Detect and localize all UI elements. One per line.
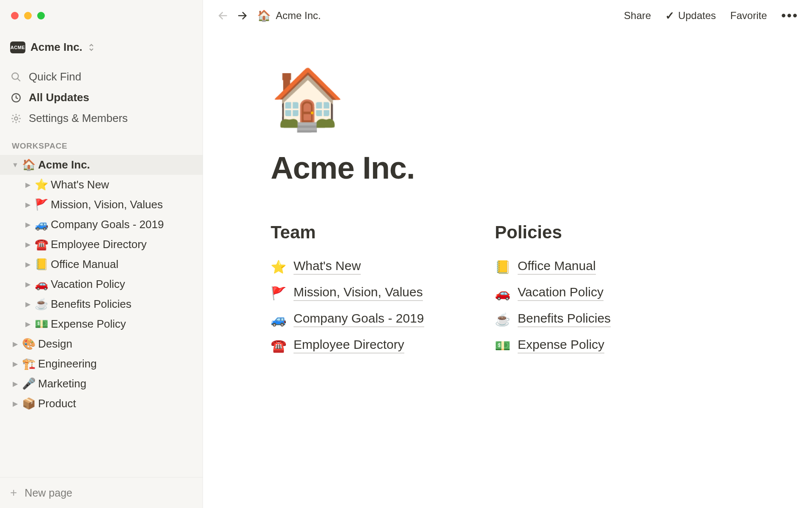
package-icon: 📦: [22, 397, 35, 410]
tree-item-whats-new[interactable]: ▶ ⭐ What's New: [0, 175, 203, 195]
nav-forward-button[interactable]: [233, 10, 252, 21]
caret-right-icon[interactable]: ▶: [25, 240, 31, 248]
tree-root-acme[interactable]: ▼ 🏠 Acme Inc.: [0, 155, 203, 175]
caret-right-icon[interactable]: ▶: [25, 280, 31, 288]
tree-item-goals[interactable]: ▶ 🚙 Company Goals - 2019: [0, 215, 203, 235]
page-title[interactable]: Acme Inc.: [271, 150, 719, 186]
page-link-benefits[interactable]: ☕ Benefits Policies: [495, 306, 694, 332]
sidebar: ACME Acme Inc. Quick Find All Updates: [0, 0, 203, 508]
column-heading: Team: [271, 222, 469, 243]
tree-item-label: Expense Policy: [51, 318, 126, 331]
gear-icon: [10, 113, 22, 124]
minimize-window[interactable]: [24, 12, 32, 19]
phone-icon: ☎️: [35, 238, 47, 251]
svg-point-3: [14, 117, 18, 120]
caret-right-icon[interactable]: ▶: [25, 221, 31, 229]
tree-item-manual[interactable]: ▶ 📒 Office Manual: [0, 254, 203, 274]
sidebar-settings[interactable]: Settings & Members: [0, 108, 203, 129]
flag-icon: 🚩: [35, 198, 47, 211]
car-icon: 🚗: [35, 278, 47, 291]
page-icon[interactable]: 🏠: [271, 69, 719, 129]
link-text: Mission, Vision, Values: [294, 285, 423, 301]
new-page-button[interactable]: + New page: [0, 477, 203, 508]
tree-item-mission[interactable]: ▶ 🚩 Mission, Vision, Values: [0, 195, 203, 215]
close-window[interactable]: [11, 12, 19, 19]
caret-right-icon[interactable]: ▶: [25, 320, 31, 328]
checkmark-icon: ✓: [665, 9, 675, 22]
tree-item-design[interactable]: ▶ 🎨 Design: [0, 334, 203, 354]
tree-item-label: Vacation Policy: [51, 278, 125, 291]
tree-item-benefits[interactable]: ▶ ☕ Benefits Policies: [0, 294, 203, 314]
caret-right-icon[interactable]: ▶: [25, 260, 31, 268]
tree-item-label: Office Manual: [51, 258, 118, 271]
tree-item-marketing[interactable]: ▶ 🎤 Marketing: [0, 374, 203, 394]
search-icon: [10, 71, 22, 83]
workspace-name: Acme Inc.: [30, 41, 82, 54]
main-content: 🏠 Acme Inc. Share ✓ Updates Favorite •••…: [203, 0, 812, 508]
tree-item-label: Marketing: [38, 377, 86, 390]
page-link-directory[interactable]: ☎️ Employee Directory: [271, 332, 469, 359]
breadcrumb[interactable]: 🏠 Acme Inc.: [257, 9, 321, 22]
link-text: What's New: [294, 259, 361, 275]
page-body: 🏠 Acme Inc. Team ⭐ What's New 🚩 Mission,…: [271, 31, 719, 359]
coffee-icon: ☕: [35, 298, 47, 311]
tree-item-label: Product: [38, 397, 76, 410]
caret-right-icon[interactable]: ▶: [12, 400, 19, 408]
column-team: Team ⭐ What's New 🚩 Mission, Vision, Val…: [271, 222, 469, 359]
updates-label: Updates: [678, 10, 716, 22]
svg-line-1: [17, 78, 20, 81]
link-text: Company Goals - 2019: [294, 311, 424, 327]
tree-item-label: Company Goals - 2019: [51, 218, 164, 231]
column-heading: Policies: [495, 222, 694, 243]
page-link-vacation[interactable]: 🚗 Vacation Policy: [495, 280, 694, 306]
tree-item-vacation[interactable]: ▶ 🚗 Vacation Policy: [0, 274, 203, 294]
all-updates-label: All Updates: [29, 91, 89, 104]
page-link-whats-new[interactable]: ⭐ What's New: [271, 254, 469, 280]
money-icon: 💵: [495, 338, 510, 353]
page-link-goals[interactable]: 🚙 Company Goals - 2019: [271, 306, 469, 332]
car-icon: 🚙: [271, 312, 286, 327]
sidebar-all-updates[interactable]: All Updates: [0, 87, 203, 108]
tree-item-label: What's New: [51, 178, 109, 191]
maximize-window[interactable]: [37, 12, 45, 19]
tree-item-label: Benefits Policies: [51, 298, 132, 311]
tree-item-label: Engineering: [38, 357, 97, 370]
settings-label: Settings & Members: [29, 112, 128, 125]
clock-icon: [10, 92, 22, 104]
workspace-switcher[interactable]: ACME Acme Inc.: [0, 35, 203, 64]
column-policies: Policies 📒 Office Manual 🚗 Vacation Poli…: [495, 222, 694, 359]
tree-item-expense[interactable]: ▶ 💵 Expense Policy: [0, 314, 203, 334]
money-icon: 💵: [35, 318, 47, 331]
link-text: Employee Directory: [294, 337, 404, 353]
caret-right-icon[interactable]: ▶: [25, 181, 31, 189]
favorite-button[interactable]: Favorite: [730, 10, 767, 22]
caret-right-icon[interactable]: ▶: [12, 360, 19, 368]
tree-item-product[interactable]: ▶ 📦 Product: [0, 394, 203, 414]
notebook-icon: 📒: [495, 260, 510, 274]
flag-icon: 🚩: [271, 286, 286, 301]
caret-right-icon[interactable]: ▶: [12, 380, 19, 388]
tree-item-engineering[interactable]: ▶ 🏗️ Engineering: [0, 354, 203, 374]
page-link-mission[interactable]: 🚩 Mission, Vision, Values: [271, 280, 469, 306]
caret-right-icon[interactable]: ▶: [25, 300, 31, 308]
share-button[interactable]: Share: [624, 10, 651, 22]
caret-right-icon[interactable]: ▶: [25, 201, 31, 209]
sidebar-quick-find[interactable]: Quick Find: [0, 66, 203, 87]
window-controls: [11, 12, 45, 19]
page-link-expense[interactable]: 💵 Expense Policy: [495, 332, 694, 359]
page-link-manual[interactable]: 📒 Office Manual: [495, 254, 694, 280]
house-icon: 🏠: [257, 9, 271, 22]
topbar: 🏠 Acme Inc. Share ✓ Updates Favorite •••: [203, 0, 812, 31]
star-icon: ⭐: [35, 178, 47, 191]
caret-right-icon[interactable]: ▶: [12, 340, 19, 348]
nav-back-button[interactable]: [213, 10, 233, 21]
caret-down-icon[interactable]: ▼: [12, 161, 19, 169]
car-icon: 🚙: [35, 218, 47, 231]
more-menu-button[interactable]: •••: [781, 8, 798, 23]
link-text: Benefits Policies: [518, 311, 611, 327]
page-tree: ▼ 🏠 Acme Inc. ▶ ⭐ What's New ▶ 🚩 Mission…: [0, 155, 203, 414]
updates-button[interactable]: ✓ Updates: [665, 9, 716, 22]
crane-icon: 🏗️: [22, 357, 35, 370]
link-text: Expense Policy: [518, 337, 604, 353]
tree-item-directory[interactable]: ▶ ☎️ Employee Directory: [0, 235, 203, 254]
